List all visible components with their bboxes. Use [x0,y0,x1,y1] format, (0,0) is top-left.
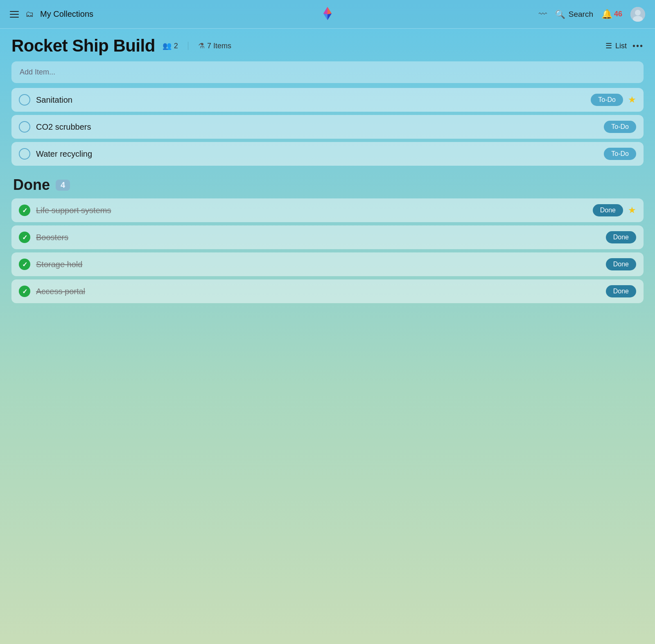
status-badge[interactable]: To-Do [604,121,636,133]
svg-marker-3 [323,7,328,14]
task-right: To-Do [604,148,636,160]
list-label: List [615,42,627,50]
page-header: Rocket Ship Build 👥 2 ⚗ 7 Items ☰ List •… [0,29,655,61]
task-left: Storage hold [19,259,82,270]
task-text: Storage hold [36,260,82,269]
task-checkbox[interactable] [19,121,30,133]
task-text: Access portal [36,287,85,296]
done-section-header: Done 4 [11,169,644,198]
activity-icon[interactable]: 〰 [539,9,547,19]
list-view-toggle[interactable]: ☰ List [605,41,627,50]
task-text: Life support systems [36,206,111,215]
task-right: Done [606,285,636,297]
task-right: To-Do [604,121,636,133]
folder-icon: 🗂 [25,9,34,19]
items-meta: ⚗ 7 Items [198,41,231,50]
svg-marker-2 [323,14,328,20]
collaborators-count: 2 [174,42,178,50]
page-header-left: Rocket Ship Build 👥 2 ⚗ 7 Items [11,36,231,56]
notifications-button[interactable]: 🔔 46 [601,9,622,20]
task-checkbox-done[interactable] [19,232,30,243]
task-checkbox[interactable] [19,148,30,160]
done-list: Life support systems Done ★ Boosters Don… [11,198,644,303]
task-text: Sanitation [36,95,72,105]
task-item[interactable]: Life support systems Done ★ [11,198,644,222]
collaborators-meta: 👥 2 [163,41,178,50]
task-right: Done [606,231,636,243]
star-icon[interactable]: ★ [628,205,636,216]
task-item[interactable]: Storage hold Done [11,252,644,276]
nav-left: 🗂 My Collections [10,9,93,19]
hamburger-menu-button[interactable] [10,11,19,18]
status-badge[interactable]: To-Do [591,94,623,106]
status-badge[interactable]: Done [606,258,636,270]
search-icon: 🔍 [555,9,565,19]
svg-point-6 [635,10,641,16]
task-checkbox-done[interactable] [19,259,30,270]
main-content: Add Item... Sanitation To-Do ★ CO2 scrub… [0,61,655,303]
task-left: Boosters [19,232,68,243]
status-badge[interactable]: Done [606,231,636,243]
task-checkbox-done[interactable] [19,286,30,297]
task-left: CO2 scrubbers [19,121,91,133]
filter-icon: ⚗ [198,41,205,50]
page-header-right: ☰ List ••• [605,41,644,51]
status-badge[interactable]: To-Do [604,148,636,160]
add-item-input[interactable]: Add Item... [11,61,644,83]
add-item-placeholder: Add Item... [20,68,55,76]
task-item[interactable]: Water recycling To-Do [11,142,644,166]
list-icon: ☰ [605,41,612,50]
nav-right: 〰 🔍 Search 🔔 46 [539,7,645,22]
task-text: Water recycling [36,149,92,159]
more-options-button[interactable]: ••• [632,41,644,51]
page-title: Rocket Ship Build [11,36,155,56]
search-button[interactable]: 🔍 Search [555,9,593,19]
done-count-badge: 4 [56,180,70,191]
task-item[interactable]: Sanitation To-Do ★ [11,88,644,112]
task-item[interactable]: Access portal Done [11,279,644,303]
meta-divider [188,42,188,50]
task-item[interactable]: CO2 scrubbers To-Do [11,115,644,139]
task-item[interactable]: Boosters Done [11,225,644,249]
task-right: Done [606,258,636,270]
status-badge[interactable]: Done [606,285,636,297]
svg-marker-4 [328,14,332,20]
task-right: Done ★ [593,204,636,216]
notification-count: 46 [614,10,622,18]
nav-center-logo [320,6,335,23]
avatar[interactable] [630,7,645,22]
task-checkbox[interactable] [19,94,30,106]
collaborators-icon: 👥 [163,41,172,50]
top-navigation: 🗂 My Collections 〰 🔍 Search 🔔 46 [0,0,655,29]
bell-icon: 🔔 [601,9,612,20]
task-left: Access portal [19,286,85,297]
svg-marker-1 [328,7,332,14]
task-text: CO2 scrubbers [36,122,91,132]
search-label: Search [569,10,593,19]
status-badge[interactable]: Done [593,204,623,216]
app-logo [320,6,335,21]
done-section-title: Done [13,176,50,194]
items-count: 7 Items [207,42,231,50]
task-left: Water recycling [19,148,92,160]
task-text: Boosters [36,233,68,242]
task-right: To-Do ★ [591,94,636,106]
todo-list: Sanitation To-Do ★ CO2 scrubbers To-Do W… [11,88,644,166]
collections-label[interactable]: My Collections [40,9,93,19]
task-left: Sanitation [19,94,72,106]
task-left: Life support systems [19,205,111,216]
star-icon[interactable]: ★ [628,95,636,105]
task-checkbox-done[interactable] [19,205,30,216]
